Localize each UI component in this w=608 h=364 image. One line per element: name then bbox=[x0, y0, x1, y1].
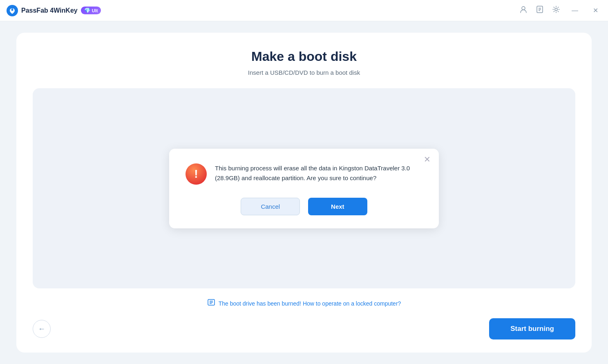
settings-icon[interactable] bbox=[552, 5, 560, 16]
dialog-close-button[interactable]: ✕ bbox=[424, 155, 431, 163]
app-logo bbox=[7, 5, 18, 16]
confirmation-dialog: ✕ ! This burning process will e bbox=[169, 149, 439, 228]
book-icon[interactable] bbox=[536, 5, 544, 16]
svg-text:!: ! bbox=[194, 167, 198, 180]
close-button[interactable]: ✕ bbox=[590, 5, 601, 16]
back-arrow-icon: ← bbox=[38, 325, 45, 333]
svg-point-7 bbox=[555, 8, 557, 11]
minimize-button[interactable]: — bbox=[568, 5, 581, 16]
dialog-body: ! This burning process will erase all th… bbox=[186, 163, 422, 185]
dialog-message: This burning process will erase all the … bbox=[215, 163, 422, 183]
boot-drive-link[interactable]: The boot drive has been burned! How to o… bbox=[33, 298, 575, 308]
svg-point-2 bbox=[522, 7, 525, 10]
dialog-buttons: Cancel Next bbox=[186, 198, 422, 215]
card-footer: ← Start burning bbox=[33, 318, 575, 339]
title-bar: PassFab 4WinKey 💎 Ult — ✕ bbox=[0, 0, 608, 21]
inner-panel: ✕ ! This burning process will e bbox=[33, 88, 575, 288]
warning-icon: ! bbox=[186, 163, 207, 185]
title-bar-left: PassFab 4WinKey 💎 Ult bbox=[7, 5, 519, 16]
next-button[interactable]: Next bbox=[308, 198, 367, 215]
app-name: PassFab 4WinKey bbox=[21, 7, 78, 14]
main-card: Make a boot disk Insert a USB/CD/DVD to … bbox=[16, 33, 592, 353]
svg-point-1 bbox=[11, 9, 13, 11]
ult-badge: 💎 Ult bbox=[81, 7, 101, 14]
back-button[interactable]: ← bbox=[33, 320, 51, 338]
page-subtitle: Insert a USB/CD/DVD to burn a boot disk bbox=[33, 69, 575, 76]
cancel-button[interactable]: Cancel bbox=[241, 198, 300, 215]
start-burning-button[interactable]: Start burning bbox=[489, 318, 575, 339]
link-icon bbox=[207, 298, 215, 308]
title-bar-right: — ✕ bbox=[519, 5, 601, 16]
page-title: Make a boot disk bbox=[33, 49, 575, 64]
user-icon[interactable] bbox=[519, 5, 528, 16]
main-area: Make a boot disk Insert a USB/CD/DVD to … bbox=[0, 21, 608, 364]
boot-drive-link-text: The boot drive has been burned! How to o… bbox=[219, 300, 401, 307]
